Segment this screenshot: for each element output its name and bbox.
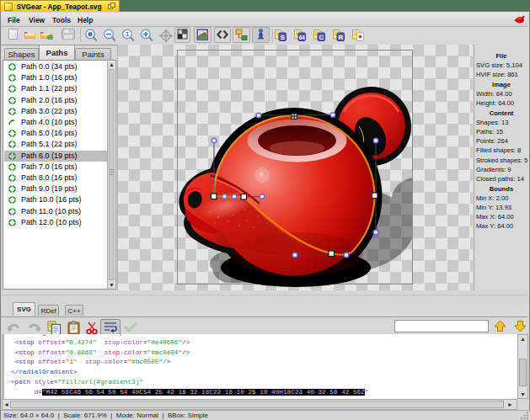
svg-text:64: 64 bbox=[299, 35, 306, 40]
svg-text:1: 1 bbox=[126, 30, 129, 38]
svg-text:R: R bbox=[338, 34, 343, 41]
svg-text:C: C bbox=[319, 34, 324, 41]
svg-text:S: S bbox=[281, 34, 286, 41]
